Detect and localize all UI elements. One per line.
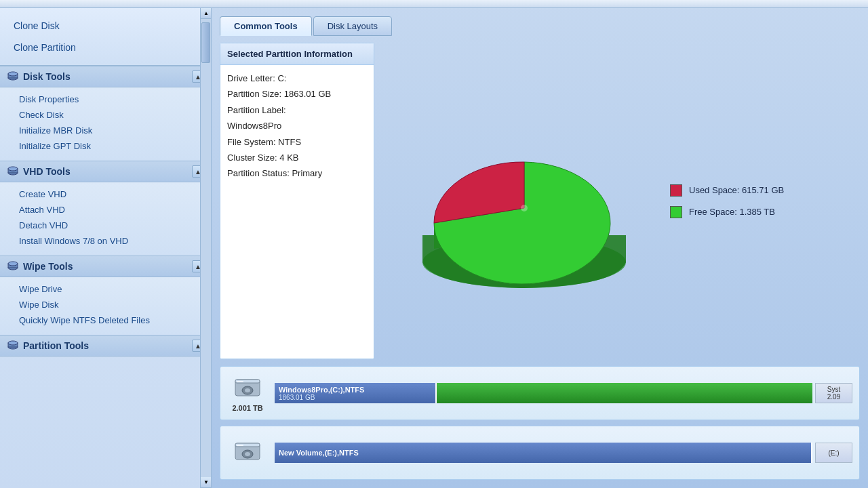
disk-partitions-2: New Volume,(E:),NTFS (E:) <box>275 443 852 463</box>
legend-free-label: Free Space: 1.385 TB <box>689 207 775 217</box>
section-header-partition-tools[interactable]: Partition Tools ▲ <box>0 335 211 357</box>
partition-info-title: Selected Partition Information <box>220 43 374 65</box>
legend-used-color <box>670 184 682 197</box>
disk-icon-2 <box>233 438 262 465</box>
sidebar-item-disk-properties[interactable]: Disk Properties <box>0 92 211 107</box>
partition-info-body: Drive Letter: C: Partition Size: 1863.01… <box>220 65 374 359</box>
svg-point-13 <box>521 205 528 211</box>
pie-chart-container <box>392 113 650 289</box>
tab-disk-layouts[interactable]: Disk Layouts <box>313 16 392 36</box>
pie-chart <box>392 113 650 296</box>
sidebar-item-wipe-drive[interactable]: Wipe Drive <box>0 281 211 297</box>
scrollbar-track <box>201 19 211 477</box>
vhd-tools-icon <box>7 165 19 178</box>
disk-panel-1: 2.001 TB Windows8Pro,(C:),NTFS 1863.01 G… <box>220 366 860 420</box>
section-header-disk-tools[interactable]: Disk Tools ▲ <box>0 66 211 87</box>
svg-point-5 <box>8 167 18 171</box>
legend-free-color <box>670 206 682 218</box>
partition-tools-icon <box>7 340 19 352</box>
wipe-tools-icon <box>7 260 19 272</box>
partition-size: Partition Size: 1863.01 GB <box>227 86 367 102</box>
chart-legend: Used Space: 615.71 GB Free Space: 1.385 … <box>670 184 784 218</box>
legend-used-label: Used Space: 615.71 GB <box>689 185 784 195</box>
sidebar-item-install-windows-vhd[interactable]: Install Windows 7/8 on VHD <box>0 233 211 249</box>
partition-drive-letter: Drive Letter: C: <box>227 70 367 86</box>
main-content: Common Tools Disk Layouts Selected Parti… <box>212 8 868 488</box>
partition-info-panel: Selected Partition Information Drive Let… <box>220 43 374 359</box>
partition-filesystem: File System: NTFS <box>227 134 367 150</box>
sidebar-item-clone-disk[interactable]: Clone Disk <box>0 15 211 37</box>
section-header-wipe-tools[interactable]: Wipe Tools ▲ <box>0 256 211 277</box>
clone-section: Clone Disk Clone Partition <box>0 8 211 66</box>
partition-cluster: Cluster Size: 4 KB <box>227 150 367 165</box>
legend-used-space: Used Space: 615.71 GB <box>670 184 784 197</box>
svg-rect-18 <box>237 381 243 382</box>
disk-panel-2: New Volume,(E:),NTFS (E:) <box>220 426 860 480</box>
sidebar-scroll-content: Clone Disk Clone Partition Disk Tools ▲ <box>0 8 211 488</box>
partition-label: Partition Label:Windows8Pro <box>227 102 367 134</box>
legend-free-space: Free Space: 1.385 TB <box>670 206 784 218</box>
wipe-tools-items: Wipe Drive Wipe Disk Quickly Wipe NTFS D… <box>0 277 211 335</box>
sidebar-item-check-disk[interactable]: Check Disk <box>0 107 211 123</box>
disk-tools-icon <box>7 70 19 83</box>
scrollbar-thumb[interactable] <box>201 22 210 63</box>
disk-tools-label: Disk Tools <box>23 71 71 82</box>
partition-segment-blue-2[interactable]: New Volume,(E:),NTFS <box>275 443 812 463</box>
svg-point-22 <box>245 452 250 456</box>
disk-partitions-1: Windows8Pro,(C:),NTFS 1863.01 GB Syst 2.… <box>275 383 852 403</box>
section-header-vhd-tools[interactable]: VHD Tools ▲ <box>0 161 211 182</box>
scrollbar-up-arrow[interactable]: ▲ <box>201 8 212 19</box>
middle-area: Selected Partition Information Drive Let… <box>220 43 860 359</box>
disk-panels: 2.001 TB Windows8Pro,(C:),NTFS 1863.01 G… <box>220 366 860 480</box>
sidebar-scrollbar: ▲ ▼ <box>200 8 211 488</box>
sidebar-item-create-vhd[interactable]: Create VHD <box>0 186 211 202</box>
disk-tools-items: Disk Properties Check Disk Initialize MB… <box>0 87 211 161</box>
tabs-row: Common Tools Disk Layouts <box>220 16 860 36</box>
disk-icon-area-2 <box>227 438 268 468</box>
partition-bar-row-1: Windows8Pro,(C:),NTFS 1863.01 GB Syst 2.… <box>275 383 852 403</box>
wipe-tools-label: Wipe Tools <box>23 261 73 272</box>
svg-point-8 <box>8 262 18 266</box>
sidebar-item-wipe-ntfs[interactable]: Quickly Wipe NTFS Deleted Files <box>0 312 211 328</box>
vhd-tools-items: Create VHD Attach VHD Detach VHD Install… <box>0 182 211 256</box>
svg-point-17 <box>245 388 250 392</box>
sidebar-item-attach-vhd[interactable]: Attach VHD <box>0 202 211 218</box>
sidebar-item-wipe-disk[interactable]: Wipe Disk <box>0 297 211 312</box>
scrollbar-down-arrow[interactable]: ▼ <box>201 477 212 488</box>
svg-point-2 <box>8 72 18 76</box>
sidebar-item-initialize-mbr[interactable]: Initialize MBR Disk <box>0 123 211 138</box>
sidebar: Clone Disk Clone Partition Disk Tools ▲ <box>0 8 212 488</box>
disk-size-1: 2.001 TB <box>232 404 262 412</box>
sidebar-item-initialize-gpt[interactable]: Initialize GPT Disk <box>0 138 211 154</box>
partition-tools-label: Partition Tools <box>23 340 89 351</box>
partition-small-box-2: (E:) <box>815 443 852 463</box>
partition-segment-blue-1[interactable]: Windows8Pro,(C:),NTFS 1863.01 GB <box>275 383 437 403</box>
disk-icon-1 <box>233 374 262 401</box>
partition-segment-green-1[interactable] <box>437 383 812 403</box>
chart-area: Used Space: 615.71 GB Free Space: 1.385 … <box>385 43 860 359</box>
partition-small-box-1: Syst 2.09 <box>815 383 852 403</box>
sidebar-item-detach-vhd[interactable]: Detach VHD <box>0 218 211 233</box>
svg-point-11 <box>8 341 18 345</box>
partition-status: Partition Status: Primary <box>227 165 367 181</box>
disk-icon-area-1: 2.001 TB <box>227 374 268 412</box>
svg-rect-23 <box>237 445 243 446</box>
main-layout: Clone Disk Clone Partition Disk Tools ▲ <box>0 8 868 488</box>
top-bar <box>0 0 868 8</box>
sidebar-item-clone-partition[interactable]: Clone Partition <box>0 37 211 58</box>
partition-bar-row-2: New Volume,(E:),NTFS (E:) <box>275 443 852 463</box>
tab-common-tools[interactable]: Common Tools <box>220 16 312 36</box>
vhd-tools-label: VHD Tools <box>23 166 71 177</box>
